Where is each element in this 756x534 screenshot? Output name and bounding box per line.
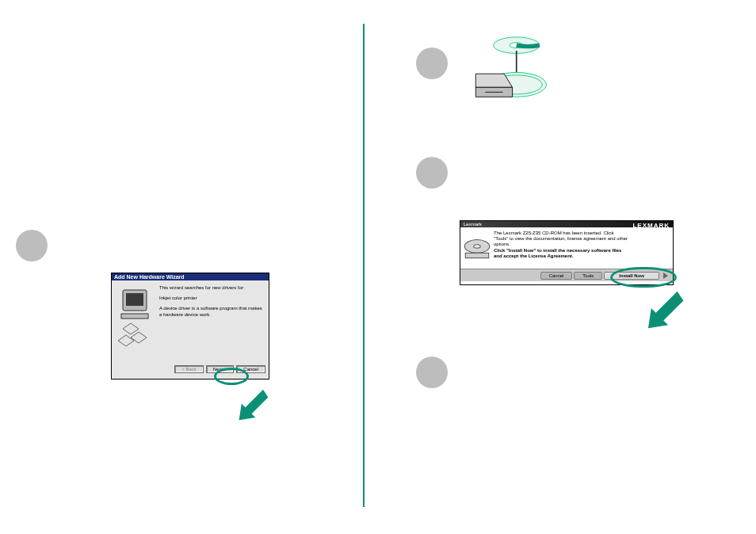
- lexmark-body-text: The Lexmark Z25-Z35 CD-ROM has been inse…: [494, 227, 632, 269]
- left-column: Add New Hardware Wizard This wizard sear…: [0, 0, 363, 534]
- wizard-body-text: This wizard searches for new drivers for…: [159, 285, 264, 322]
- wizard-line-1: This wizard searches for new drivers for…: [159, 285, 264, 291]
- wizard-title-bar: Add New Hardware Wizard: [112, 273, 269, 280]
- step-4-marker: [416, 357, 448, 388]
- step-1-marker: [16, 230, 48, 261]
- lexmark-line-1: The Lexmark Z25-Z35 CD-ROM has been inse…: [494, 231, 628, 248]
- computer-with-pages-icon: [116, 285, 156, 357]
- insert-cd-illustration: [468, 32, 563, 127]
- wizard-line-3: A device driver is a software program th…: [159, 306, 264, 317]
- right-column: Lexmark LEXMARK The Lexmark Z25-Z35 CD-R…: [380, 0, 745, 534]
- lexmark-line-2: Click "Install Now" to install the neces…: [494, 248, 628, 259]
- pointer-arrow-icon: [647, 287, 693, 333]
- lexmark-brand-logo: LEXMARK: [632, 222, 670, 229]
- wizard-next-button[interactable]: Next >: [206, 365, 235, 373]
- wizard-cancel-button[interactable]: Cancel: [236, 365, 265, 373]
- wizard-back-button[interactable]: < Back: [174, 365, 204, 373]
- vertical-divider: [363, 24, 365, 507]
- pointer-arrow-icon: [238, 386, 276, 424]
- chevron-right-icon: [663, 273, 668, 279]
- svg-point-15: [474, 245, 480, 248]
- svg-rect-2: [121, 314, 148, 318]
- wizard-line-2: Inkjet color printer: [159, 296, 264, 301]
- svg-marker-3: [123, 323, 139, 334]
- lexmark-cancel-button[interactable]: Cancel: [540, 272, 573, 280]
- step-3-marker: [416, 157, 448, 189]
- lexmark-app-name: Lexmark: [464, 222, 482, 227]
- wizard-button-row: < Back Next > Cancel: [112, 365, 265, 373]
- lexmark-button-row: Cancel Tools Install Now: [460, 269, 673, 281]
- add-new-hardware-wizard-window: Add New Hardware Wizard This wizard sear…: [111, 273, 269, 380]
- lexmark-title-bar: Lexmark LEXMARK: [460, 221, 673, 227]
- lexmark-install-now-button[interactable]: Install Now: [604, 272, 659, 280]
- lexmark-cd-icon: [460, 227, 494, 269]
- lexmark-tools-button[interactable]: Tools: [574, 272, 602, 280]
- lexmark-installer-window: Lexmark LEXMARK The Lexmark Z25-Z35 CD-R…: [460, 220, 674, 285]
- step-2-marker: [416, 48, 448, 79]
- cd-into-drive-icon: [468, 32, 563, 127]
- svg-rect-1: [126, 293, 143, 306]
- svg-rect-16: [465, 253, 488, 257]
- wizard-illustration: [116, 285, 156, 357]
